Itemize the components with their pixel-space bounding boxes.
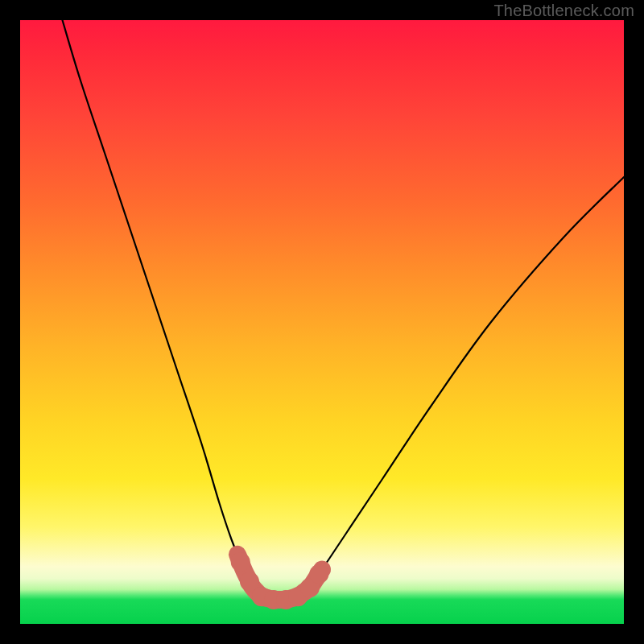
- bottleneck-curve: [20, 20, 624, 624]
- highlight-dot: [231, 552, 250, 572]
- plot-area: [20, 20, 624, 624]
- highlight-dot: [309, 564, 328, 584]
- curve-line: [63, 20, 625, 601]
- highlight-dot: [240, 572, 259, 592]
- chart-frame: TheBottleneck.com: [0, 0, 644, 644]
- watermark-text: TheBottleneck.com: [493, 2, 634, 20]
- curve-highlight-dots: [231, 552, 329, 609]
